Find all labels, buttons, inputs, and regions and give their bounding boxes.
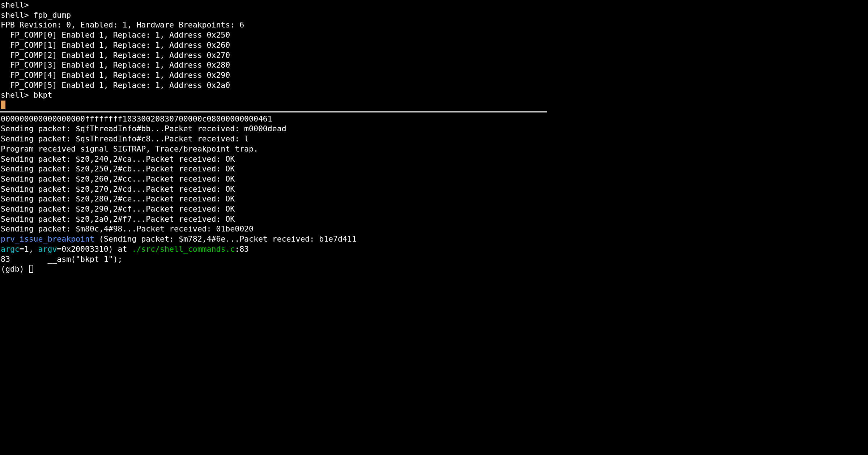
source-line-number: :83 (235, 244, 249, 254)
argv-value: =0x20003310) at (57, 244, 132, 254)
packet-line: Sending packet: $z0,2a0,2#f7...Packet re… (1, 214, 546, 224)
frame-args-line: argc=1, argv=0x20003310) at ./src/shell_… (1, 244, 546, 254)
fp-comp-line-2: FP_COMP[2] Enabled 1, Replace: 1, Addres… (1, 50, 546, 60)
packet-line: Sending packet: $m80c,4#98...Packet rece… (1, 224, 546, 234)
fp-comp-line-0: FP_COMP[0] Enabled 1, Replace: 1, Addres… (1, 30, 546, 40)
fp-comp-line-4: FP_COMP[4] Enabled 1, Replace: 1, Addres… (1, 70, 546, 80)
packet-line: Sending packet: $z0,270,2#cd...Packet re… (1, 184, 546, 194)
fp-comp-line-1: FP_COMP[1] Enabled 1, Replace: 1, Addres… (1, 40, 546, 50)
terminal-bottom-pane[interactable]: 000000000000000000ffffffff10330020830700… (0, 114, 547, 274)
shell-command-line: shell> fpb_dump (1, 10, 546, 20)
packet-line: Sending packet: $z0,240,2#ca...Packet re… (1, 154, 546, 164)
block-cursor-icon (1, 101, 5, 109)
fp-comp-line-5: FP_COMP[5] Enabled 1, Replace: 1, Addres… (1, 80, 546, 90)
fp-comp-line-3: FP_COMP[3] Enabled 1, Replace: 1, Addres… (1, 60, 546, 70)
packet-tail: (Sending packet: $m782,4#6e...Packet rec… (94, 234, 357, 243)
packet-line: Sending packet: $z0,280,2#ce...Packet re… (1, 194, 546, 204)
source-line: 83 __asm("bkpt 1"); (1, 254, 546, 264)
packet-line: Sending packet: $qsThreadInfo#c8...Packe… (1, 134, 546, 144)
fpb-header-line: FPB Revision: 0, Enabled: 1, Hardware Br… (1, 20, 546, 30)
gdb-prompt: (gdb) (1, 264, 29, 273)
cursor-line (1, 100, 546, 110)
sigtrap-line: Program received signal SIGTRAP, Trace/b… (1, 144, 546, 154)
shell-bkpt-line: shell> bkpt (1, 90, 546, 100)
source-path: ./src/shell_commands.c (132, 244, 235, 254)
terminal-top-pane[interactable]: shell> shell> fpb_dump FPB Revision: 0, … (0, 0, 547, 110)
param-argv: argv (38, 244, 57, 254)
box-cursor-icon (29, 265, 34, 273)
packet-line: Sending packet: $z0,290,2#cf...Packet re… (1, 204, 546, 214)
packet-line: Sending packet: $z0,250,2#cb...Packet re… (1, 164, 546, 174)
packet-line: Sending packet: $qfThreadInfo#bb...Packe… (1, 124, 546, 134)
shell-prompt-line: shell> (1, 0, 546, 10)
breakpoint-frame-line: prv_issue_breakpoint (Sending packet: $m… (1, 234, 546, 244)
packet-line: Sending packet: $z0,260,2#cc...Packet re… (1, 174, 546, 184)
gdb-prompt-line[interactable]: (gdb) (1, 264, 546, 274)
param-argc: argc (1, 244, 20, 254)
pane-divider[interactable] (0, 111, 547, 112)
argc-value: =1, (20, 244, 38, 254)
hex-dump-line: 000000000000000000ffffffff10330020830700… (1, 114, 546, 124)
function-name: prv_issue_breakpoint (1, 234, 94, 243)
